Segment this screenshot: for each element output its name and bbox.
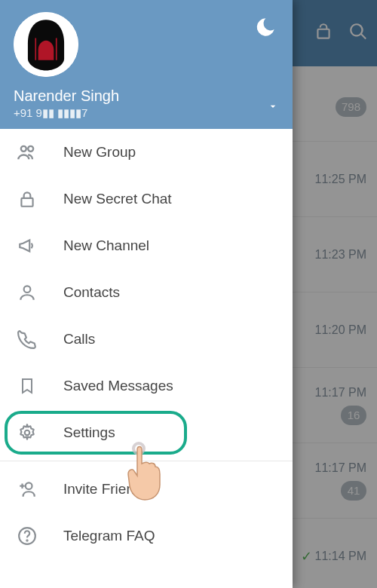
menu-label: New Secret Chat: [63, 191, 172, 207]
phone-icon: [17, 329, 38, 350]
menu-label: Calls: [63, 331, 95, 348]
chevron-down-icon[interactable]: [267, 100, 279, 120]
moon-icon[interactable]: [255, 17, 276, 41]
menu-settings[interactable]: Settings: [0, 409, 293, 456]
menu-telegram-faq[interactable]: Telegram FAQ: [0, 513, 293, 559]
svg-rect-3: [21, 198, 32, 207]
menu-new-secret-chat[interactable]: New Secret Chat: [0, 176, 293, 222]
menu-label: Telegram FAQ: [63, 528, 155, 544]
menu-invite-friends[interactable]: Invite Friends: [0, 466, 293, 513]
user-name: Narender Singh: [14, 87, 119, 105]
megaphone-icon: [17, 235, 38, 256]
menu-label: Contacts: [63, 284, 120, 301]
menu-new-channel[interactable]: New Channel: [0, 222, 293, 269]
person-icon: [17, 282, 38, 303]
avatar[interactable]: [14, 12, 78, 77]
svg-point-1: [21, 146, 26, 152]
menu-label: New Group: [63, 144, 136, 161]
svg-point-6: [26, 482, 32, 489]
gear-icon: [17, 422, 38, 443]
drawer-menu: New Group New Secret Chat New Channel Co…: [0, 129, 293, 588]
svg-point-8: [26, 540, 27, 541]
group-icon: [17, 142, 38, 163]
drawer-header: Narender Singh +91 9▮▮ ▮▮▮▮7: [0, 0, 293, 129]
menu-label: New Channel: [63, 237, 149, 254]
menu-label: Saved Messages: [63, 378, 173, 394]
menu-divider: [0, 461, 293, 461]
svg-point-5: [25, 430, 30, 436]
svg-point-2: [28, 146, 33, 152]
lock-icon: [17, 188, 38, 210]
menu-saved-messages[interactable]: Saved Messages: [0, 363, 293, 409]
person-add-icon: [17, 479, 38, 500]
bookmark-icon: [17, 375, 38, 397]
menu-label: Settings: [63, 424, 115, 441]
menu-label: Invite Friends: [63, 481, 149, 498]
menu-new-group[interactable]: New Group: [0, 129, 293, 176]
navigation-drawer: Narender Singh +91 9▮▮ ▮▮▮▮7 New Group N…: [0, 0, 293, 588]
user-phone: +91 9▮▮ ▮▮▮▮7: [14, 106, 119, 120]
menu-contacts[interactable]: Contacts: [0, 269, 293, 316]
help-icon: [17, 525, 38, 547]
menu-calls[interactable]: Calls: [0, 316, 293, 363]
svg-point-4: [24, 286, 31, 292]
